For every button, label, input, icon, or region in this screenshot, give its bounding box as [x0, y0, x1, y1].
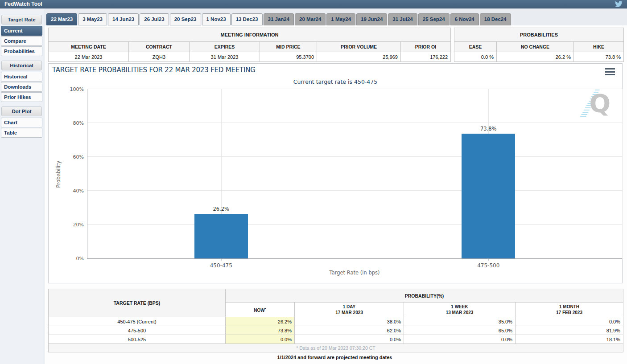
- tab-20-mar24[interactable]: 20 Mar24: [295, 13, 326, 25]
- data-as-of-footnote: * Data as of 20 Mar 2023 07:30:20 CT: [49, 344, 623, 352]
- meeting-info-value-expires: 31 Mar 2023: [190, 52, 260, 62]
- prob-summary-value-no-change: 26.2 %: [497, 52, 574, 62]
- probability-cell: 35.0%: [404, 317, 516, 326]
- sidebar-header-historical: Historical: [1, 61, 42, 70]
- tab-14-jun23[interactable]: 14 Jun23: [108, 13, 139, 25]
- y-tick-label-0: 0%: [76, 256, 84, 262]
- probability-cell: 81.9%: [516, 326, 623, 335]
- chart-plot-area: 0%20%40%60%80%100%26.2%450-47573.8%475-5…: [87, 89, 622, 259]
- probability-cell: 26.2%: [226, 317, 295, 326]
- meeting-info-col-prior-volume: PRIOR VOLUME: [317, 42, 401, 52]
- meeting-info-col-expires: EXPIRES: [190, 42, 260, 52]
- sidebar-item-chart[interactable]: Chart: [1, 118, 42, 127]
- y-tick-label-60: 60%: [73, 154, 84, 160]
- probability-cell: 38.0%: [295, 317, 404, 326]
- tab-31-jan24[interactable]: 31 Jan24: [264, 13, 294, 25]
- target-rate-bps-header: TARGET RATE (BPS): [49, 289, 226, 317]
- prob-table-col-now: NOW*: [226, 303, 295, 317]
- prob-summary-col-no-change: NO CHANGE: [497, 42, 574, 52]
- target-rate-cell: 450-475 (Current): [49, 317, 226, 326]
- watermark-q-letter: Q: [589, 90, 610, 117]
- tab-19-jun24[interactable]: 19 Jun24: [356, 13, 387, 25]
- probability-cell: 62.0%: [295, 326, 404, 335]
- prob-summary-col-ease: EASE: [454, 42, 497, 52]
- bar-450-475: [194, 214, 248, 258]
- twitter-icon[interactable]: [615, 1, 623, 7]
- sidebar-item-historical[interactable]: Historical: [1, 72, 42, 82]
- quikstrike-watermark-logo: Q: [579, 90, 610, 120]
- meeting-info-value-prior-volume: 25,969: [317, 52, 401, 62]
- probability-history-table: TARGET RATE (BPS) PROBABILITY(%) NOW*1 D…: [48, 289, 623, 352]
- meeting-info-value-meeting-date: 22 Mar 2023: [49, 52, 129, 62]
- x-tick-mark-475-500: [488, 258, 489, 261]
- tab-3-may23[interactable]: 3 May23: [78, 13, 107, 25]
- probability-cell: 73.8%: [226, 326, 295, 335]
- meeting-information-table: MEETING INFORMATION MEETING DATECONTRACT…: [48, 28, 451, 62]
- tab-20-sep23[interactable]: 20 Sep23: [170, 13, 201, 25]
- sidebar: Target RateCurrentCompareProbabilitiesHi…: [0, 8, 44, 364]
- sidebar-item-prior-hikes[interactable]: Prior Hikes: [1, 92, 42, 102]
- prob-table-col-1-day: 1 DAY17 MAR 2023: [295, 303, 404, 317]
- sidebar-item-table[interactable]: Table: [1, 128, 42, 138]
- probabilities-summary-headers: EASENO CHANGEHIKE: [454, 42, 624, 52]
- tab-22-mar23[interactable]: 22 Mar23: [46, 13, 77, 25]
- gridline-20: [87, 224, 622, 225]
- probability-cell: 0.0%: [226, 335, 295, 344]
- projected-dates-note: 1/1/2024 and forward are projected meeti…: [46, 355, 623, 360]
- tab-31-jul24[interactable]: 31 Jul24: [388, 13, 417, 25]
- chart-title: TARGET RATE PROBABILITIES FOR 22 MAR 202…: [52, 66, 256, 74]
- table-row-450-475-current: 450-475 (Current)26.2%38.0%35.0%0.0%: [49, 317, 623, 326]
- tab-6-nov24[interactable]: 6 Nov24: [450, 13, 479, 25]
- tab-1-may24[interactable]: 1 May24: [326, 13, 355, 25]
- meeting-info-col-prior-oi: PRIOR OI: [401, 42, 451, 52]
- meeting-info-col-meeting-date: MEETING DATE: [49, 42, 129, 52]
- meeting-information-values: 22 Mar 2023ZQH331 Mar 202395.370025,9691…: [49, 52, 451, 62]
- table-row-500-525: 500-5250.0%0.0%0.0%18.1%: [49, 335, 623, 344]
- prob-table-col-1-week: 1 WEEK13 MAR 2023: [404, 303, 516, 317]
- plot-right-edge-line: [622, 89, 623, 258]
- probability-cell: 0.0%: [516, 317, 623, 326]
- sidebar-item-probabilities[interactable]: Probabilities: [1, 46, 42, 56]
- tab-18-dec24[interactable]: 18 Dec24: [480, 13, 511, 25]
- sidebar-item-compare[interactable]: Compare: [1, 36, 42, 46]
- tab-25-sep24[interactable]: 25 Sep24: [418, 13, 450, 25]
- x-axis-title: Target Rate (in bps): [87, 270, 622, 276]
- meeting-info-col-contract: CONTRACT: [129, 42, 190, 52]
- table-row-475-500: 475-50073.8%62.0%65.0%81.9%: [49, 326, 623, 335]
- y-tick-label-100: 100%: [70, 86, 84, 92]
- gridline-80: [87, 123, 622, 123]
- meeting-info-value-contract: ZQH3: [129, 52, 190, 62]
- prob-summary-value-ease: 0.0 %: [454, 52, 497, 62]
- target-rate-probability-chart: TARGET RATE PROBABILITIES FOR 22 MAR 202…: [48, 63, 623, 283]
- gridline-60: [87, 156, 622, 157]
- target-rate-cell: 475-500: [49, 326, 226, 335]
- tab-26-jul23[interactable]: 26 Jul23: [140, 13, 169, 25]
- meeting-info-value-mid-price: 95.3700: [260, 52, 317, 62]
- sidebar-header-target-rate: Target Rate: [1, 15, 42, 25]
- probability-cell: 65.0%: [404, 326, 516, 335]
- gridline-100: [87, 89, 622, 89]
- target-rate-cell: 500-525: [49, 335, 226, 344]
- prob-table-col-1-month: 1 MONTH17 FEB 2023: [516, 303, 623, 317]
- sidebar-header-dot-plot: Dot Plot: [1, 106, 42, 116]
- x-tick-mark-450-475: [221, 258, 221, 261]
- meeting-info-value-prior-oi: 176,222: [401, 52, 451, 62]
- sidebar-section-gap: [1, 57, 42, 61]
- sidebar-section-gap: [1, 102, 42, 106]
- probability-pct-header: PROBABILITY(%): [226, 289, 623, 303]
- tab-13-dec23[interactable]: 13 Dec23: [231, 13, 263, 25]
- sidebar-item-downloads[interactable]: Downloads: [1, 82, 42, 92]
- sidebar-item-current[interactable]: Current: [1, 26, 42, 36]
- x-tick-label-475-500: 475-500: [477, 262, 499, 269]
- app-title: FedWatch Tool: [4, 1, 42, 7]
- y-tick-label-20: 20%: [73, 222, 84, 228]
- bar-475-500: [462, 134, 515, 258]
- chart-subtitle: Current target rate is 450-475: [49, 78, 622, 85]
- y-axis-title: Probability: [55, 89, 62, 259]
- tab-1-nov23[interactable]: 1 Nov23: [202, 13, 231, 25]
- probabilities-summary-table: PROBABILITIES EASENO CHANGEHIKE 0.0 %26.…: [454, 28, 624, 62]
- chart-context-menu-icon[interactable]: [605, 68, 615, 75]
- meeting-information-headers: MEETING DATECONTRACTEXPIRESMID PRICEPRIO…: [49, 42, 451, 52]
- probability-cell: 0.0%: [404, 335, 516, 344]
- meeting-information-title: MEETING INFORMATION: [49, 28, 451, 42]
